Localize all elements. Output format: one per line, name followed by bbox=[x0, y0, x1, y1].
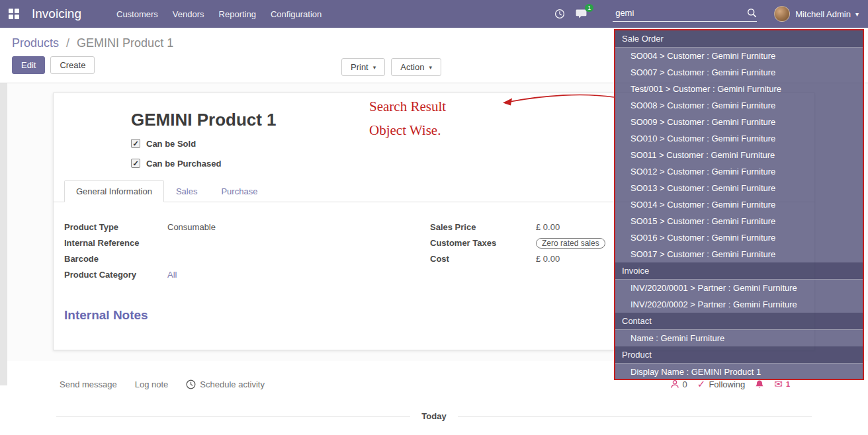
send-message-button[interactable]: Send message bbox=[60, 379, 117, 389]
user-menu[interactable]: Mitchell Admin ▾ bbox=[774, 6, 859, 22]
search-result-item[interactable]: SO008 > Customer : Gemini Furniture bbox=[615, 97, 863, 114]
bell-icon bbox=[755, 379, 764, 389]
global-search bbox=[613, 7, 757, 22]
main-menu: Customers Vendors Reporting Configuratio… bbox=[109, 9, 329, 19]
fields-left-column: Product Type Consumable Internal Referen… bbox=[64, 221, 430, 284]
caret-down-icon: ▾ bbox=[373, 64, 376, 71]
app-title[interactable]: Invoicing bbox=[32, 7, 81, 21]
activities-clock-icon[interactable] bbox=[554, 9, 565, 19]
action-button[interactable]: Action▾ bbox=[391, 58, 441, 76]
log-note-button[interactable]: Log note bbox=[135, 379, 169, 389]
field-label: Barcode bbox=[64, 254, 167, 264]
edit-button[interactable]: Edit bbox=[12, 56, 45, 74]
tab-general-information[interactable]: General Information bbox=[64, 180, 164, 202]
schedule-activity-button[interactable]: Schedule activity bbox=[186, 379, 265, 389]
search-result-item[interactable]: SO015 > Customer : Gemini Furniture bbox=[615, 213, 863, 229]
search-icon[interactable] bbox=[747, 8, 757, 18]
clock-icon bbox=[186, 379, 196, 389]
field-product-type: Product Type Consumable bbox=[64, 221, 430, 233]
customer-tax-tag: Zero rated sales bbox=[536, 238, 605, 249]
search-result-item[interactable]: INV/2020/0001 > Partner : Gemini Furnitu… bbox=[615, 280, 863, 296]
menu-item-vendors[interactable]: Vendors bbox=[165, 9, 212, 19]
breadcrumb-current: GEMINI Product 1 bbox=[77, 36, 173, 50]
user-name: Mitchell Admin bbox=[795, 9, 851, 19]
followers-counter[interactable]: 0 bbox=[670, 379, 687, 389]
global-search-input[interactable] bbox=[613, 7, 747, 19]
menu-item-customers[interactable]: Customers bbox=[109, 9, 165, 19]
action-label: Action bbox=[400, 62, 424, 72]
field-internal-reference: Internal Reference bbox=[64, 237, 430, 249]
followers-count: 0 bbox=[683, 379, 687, 389]
search-result-item[interactable]: SO007 > Customer : Gemini Furniture bbox=[615, 64, 863, 81]
search-result-item[interactable]: Display Name : GEMINI Product 1 bbox=[615, 364, 863, 380]
search-result-item[interactable]: SO011 > Customer : Gemini Furniture bbox=[615, 147, 863, 163]
notification-bell[interactable] bbox=[755, 379, 764, 389]
following-label: Following bbox=[709, 379, 745, 389]
navbar-right: 1 Mitchell Admin ▾ bbox=[554, 6, 868, 22]
attachments-count: 1 bbox=[786, 380, 790, 388]
checkbox-checked-icon: ✓ bbox=[131, 159, 140, 168]
search-result-item[interactable]: INV/2020/0002 > Partner : Gemini Furnitu… bbox=[615, 296, 863, 313]
divider-line bbox=[458, 416, 812, 416]
messages-icon[interactable]: 1 bbox=[576, 9, 587, 19]
search-result-item[interactable]: SO017 > Customer : Gemini Furniture bbox=[615, 246, 863, 262]
today-label: Today bbox=[421, 411, 446, 421]
search-result-item[interactable]: Name : Gemini Furniture bbox=[615, 330, 863, 346]
screen: Invoicing Customers Vendors Reporting Co… bbox=[0, 0, 868, 421]
breadcrumb-separator: / bbox=[66, 36, 69, 50]
caret-down-icon: ▾ bbox=[855, 11, 859, 18]
search-result-item[interactable]: Test/001 > Customer : Gemini Furniture bbox=[615, 81, 863, 97]
tab-purchase[interactable]: Purchase bbox=[209, 180, 269, 202]
center-actions: Print▾ Action▾ bbox=[341, 58, 441, 76]
can-be-purchased-label: Can be Purchased bbox=[146, 159, 221, 169]
annotation-arrow bbox=[498, 91, 617, 111]
sales-price-value: £ 0.00 bbox=[536, 222, 560, 232]
field-label: Product Category bbox=[64, 270, 167, 280]
print-button[interactable]: Print▾ bbox=[341, 58, 385, 76]
cost-value: £ 0.00 bbox=[536, 254, 560, 264]
result-group-invoice: Invoice bbox=[615, 262, 863, 280]
search-result-item[interactable]: SO009 > Customer : Gemini Furniture bbox=[615, 114, 863, 130]
print-label: Print bbox=[351, 62, 369, 72]
field-label: Internal Reference bbox=[64, 238, 167, 248]
menu-item-reporting[interactable]: Reporting bbox=[212, 9, 263, 19]
search-result-item[interactable]: SO014 > Customer : Gemini Furniture bbox=[615, 196, 863, 213]
field-label: Customer Taxes bbox=[430, 238, 536, 248]
result-group-sale-order: Sale Order bbox=[615, 30, 863, 48]
field-product-category: Product Category All bbox=[64, 268, 430, 281]
tab-sales[interactable]: Sales bbox=[164, 180, 210, 202]
left-gutter bbox=[0, 83, 7, 385]
messages-badge: 1 bbox=[585, 4, 593, 12]
field-label: Cost bbox=[430, 254, 536, 264]
breadcrumb-products-link[interactable]: Products bbox=[12, 36, 59, 50]
annotation-line-1: Search Result bbox=[369, 95, 446, 118]
search-result-item[interactable]: SO012 > Customer : Gemini Furniture bbox=[615, 163, 863, 180]
today-divider: Today bbox=[56, 411, 812, 421]
schedule-activity-label: Schedule activity bbox=[200, 379, 265, 389]
can-be-sold-label: Can be Sold bbox=[146, 139, 196, 149]
checkbox-checked-icon: ✓ bbox=[131, 139, 140, 148]
search-result-item[interactable]: SO004 > Customer : Gemini Furniture bbox=[615, 48, 863, 64]
field-label: Sales Price bbox=[430, 222, 536, 232]
create-button[interactable]: Create bbox=[50, 56, 95, 74]
annotation-line-2: Object Wise. bbox=[369, 118, 446, 142]
avatar bbox=[774, 6, 790, 22]
product-category-link[interactable]: All bbox=[167, 270, 177, 280]
top-navbar: Invoicing Customers Vendors Reporting Co… bbox=[0, 0, 868, 28]
divider-line bbox=[56, 416, 410, 416]
result-group-product: Product bbox=[615, 346, 863, 364]
caret-down-icon: ▾ bbox=[429, 64, 432, 71]
menu-item-configuration[interactable]: Configuration bbox=[263, 9, 329, 19]
search-result-item[interactable]: SO016 > Customer : Gemini Furniture bbox=[615, 229, 863, 246]
product-type-value: Consumable bbox=[167, 222, 216, 232]
apps-menu-icon[interactable] bbox=[9, 9, 19, 19]
annotation-text: Search Result Object Wise. bbox=[369, 95, 446, 142]
search-result-item[interactable]: SO010 > Customer : Gemini Furniture bbox=[615, 130, 863, 147]
field-label: Product Type bbox=[64, 222, 167, 232]
result-group-contact: Contact bbox=[615, 313, 863, 330]
search-results-dropdown: Sale Order SO004 > Customer : Gemini Fur… bbox=[614, 29, 864, 380]
field-barcode: Barcode bbox=[64, 253, 430, 265]
search-result-item[interactable]: SO013 > Customer : Gemini Furniture bbox=[615, 180, 863, 196]
person-icon bbox=[670, 379, 679, 389]
